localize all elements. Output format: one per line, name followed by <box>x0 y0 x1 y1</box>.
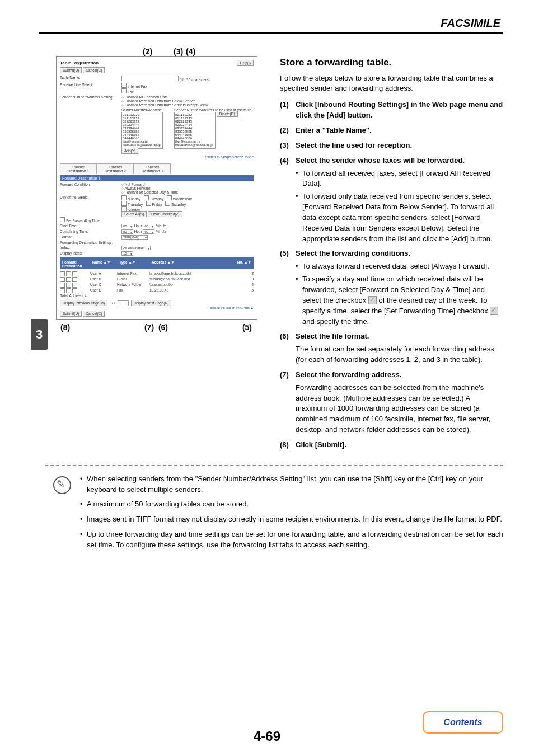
start-min-select[interactable]: 00 <box>143 224 154 228</box>
start-hour-select[interactable]: 00 <box>121 224 133 228</box>
step-8: Click [Submit]. <box>296 440 503 450</box>
col-addr[interactable]: Address ▲▼ <box>152 260 232 268</box>
radio-below[interactable]: Forward Received Data from Below Sender <box>125 99 195 103</box>
row-cb[interactable] <box>60 283 65 288</box>
col-name[interactable]: Name ▲▼ <box>92 260 119 268</box>
cond-not[interactable]: Not Forward <box>125 182 145 186</box>
tab-dest-1[interactable]: Forward Destination 1 <box>60 163 97 174</box>
prev-page-button[interactable]: Display Previous Page(M) <box>60 300 107 306</box>
row-cb[interactable] <box>60 277 65 282</box>
submit-button-top[interactable]: Submit(U) <box>60 67 82 73</box>
row-cb[interactable] <box>72 283 77 288</box>
row-cb[interactable] <box>66 288 71 293</box>
header-title: FACSIMILE <box>0 17 534 30</box>
contents-button[interactable]: Contents <box>423 711 503 734</box>
help-button[interactable]: Help(I) <box>237 60 254 66</box>
step4-bullet-2: To forward only data received from speci… <box>296 191 503 244</box>
step-num-3: (3) <box>280 140 296 151</box>
hour-label-2: Hour <box>134 229 142 233</box>
cond-sel[interactable]: Forward on Selected Day & Time <box>125 190 178 194</box>
step-3: Select the line used for reception. <box>296 140 503 151</box>
dow-fri: Friday <box>152 203 162 206</box>
clear-checked-button[interactable]: Clear Checked(Z) <box>148 211 182 217</box>
row-cb[interactable] <box>60 271 65 276</box>
checkbox-icon <box>490 307 498 315</box>
cond-label: Forward Condition: <box>60 182 121 186</box>
callout-8: (8) <box>60 323 70 332</box>
step7-para: Forwarding addresses can be selected fro… <box>296 383 503 435</box>
hour-label-1: Hour <box>134 224 142 228</box>
delete-d-button[interactable]: Delete(D) <box>217 111 238 117</box>
display-items-select[interactable]: 10 <box>121 251 133 256</box>
row-cb[interactable] <box>60 288 65 293</box>
tab-dest-2[interactable]: Forward Destination 2 <box>97 163 134 174</box>
sender-list-right[interactable]: 011112222 011113333 022223333 022224444 … <box>174 112 216 149</box>
dow-thu: Thursday <box>128 203 143 206</box>
fds-label: Forwarding Destination Settings: <box>60 241 121 245</box>
start-time-label: Start Time: <box>60 224 121 228</box>
step-2: Enter a "Table Name". <box>296 125 503 136</box>
select-all-button[interactable]: Select All(S) <box>121 211 147 217</box>
header-rule <box>39 32 503 34</box>
ifax-checkbox[interactable] <box>121 83 127 88</box>
dow-mon-cb[interactable] <box>121 195 127 200</box>
step-num-7: (7) <box>280 370 296 381</box>
step-7: Select the forwarding address. <box>296 370 503 381</box>
table-name-input[interactable] <box>121 76 179 81</box>
dow-wed-cb[interactable] <box>167 195 172 200</box>
add-y-button[interactable]: Add(Y) <box>121 148 138 154</box>
set-time-cb[interactable] <box>60 217 65 222</box>
switch-mode-link[interactable]: Switch to Single Screen Mode <box>121 155 254 159</box>
row-cb[interactable] <box>72 288 77 293</box>
dow-thu-cb[interactable] <box>121 201 127 206</box>
callout-7: (7) <box>144 323 154 332</box>
display-items-label: Display Items: <box>60 251 121 255</box>
section-title: Store a forwarding table. <box>280 56 503 70</box>
page-input[interactable] <box>118 300 129 306</box>
dow-sat-cb[interactable] <box>165 201 170 206</box>
dow-mon: Monday <box>128 197 140 201</box>
step5-bullet-2: To specify a day and time on which recei… <box>296 274 503 327</box>
radio-except[interactable]: Forward Received Data from Senders excep… <box>125 103 209 107</box>
callout-6: (6) <box>158 323 168 332</box>
fax-checkbox[interactable] <box>121 88 127 93</box>
step-1: Click [Inbound Routing Settings] in the … <box>296 100 503 121</box>
note-1: When selecting senders from the "Sender … <box>80 474 503 495</box>
dow-wed: Wednesday <box>173 197 192 201</box>
panel-title: Table Registration <box>60 60 99 65</box>
row-cb[interactable] <box>66 283 71 288</box>
band-dest-1: Forward Destination 1 <box>60 175 254 181</box>
format-select[interactable]: TIFF(Multi) <box>121 235 148 240</box>
row-cb[interactable] <box>66 271 71 276</box>
sender-setting-label: Sender Number/Address Setting: <box>60 95 121 99</box>
row-cb[interactable] <box>72 277 77 282</box>
step-4: Select the sender whose faxes will be fo… <box>296 156 503 166</box>
receive-line-label: Receive Line Select: <box>60 83 121 87</box>
dow-tue-cb[interactable] <box>144 195 149 200</box>
row-cb[interactable] <box>66 277 71 282</box>
up-label: (Up <box>180 78 185 82</box>
index-select[interactable]: All Destination <box>121 246 151 250</box>
table-row: User A Internet Fax tanaka@aaa.bbb.ccc.d… <box>60 271 254 277</box>
note-2: A maximum of 50 forwarding tables can be… <box>80 499 503 510</box>
back-to-top-link[interactable]: Back to the Top on This Page ▲ <box>60 306 254 309</box>
end-hour-select[interactable]: 00 <box>121 229 133 234</box>
radio-all[interactable]: Forward All Received Data <box>125 95 168 99</box>
step-num-2: (2) <box>280 125 296 136</box>
col-no[interactable]: No. ▲▼ <box>232 260 251 268</box>
next-page-button[interactable]: Display Next Page(N) <box>131 300 172 306</box>
sender-list-left[interactable]: 011112222 011113333 022223333 022224444 … <box>121 112 163 149</box>
dow-fri-cb[interactable] <box>146 201 151 206</box>
row-cb[interactable] <box>72 271 77 276</box>
cancel-button-top[interactable]: Cancel(C) <box>83 67 105 73</box>
end-min-select[interactable]: 00 <box>143 229 154 234</box>
tab-dest-3[interactable]: Forward Destination 3 <box>134 163 171 174</box>
note-3: Images sent in TIFF format may not displ… <box>80 514 503 525</box>
cond-always[interactable]: Always Forward <box>124 186 150 190</box>
cancel-button-bottom[interactable]: Cancel(C) <box>83 311 105 317</box>
min-label-1: Minute <box>156 224 167 228</box>
submit-button-bottom[interactable]: Submit(U) <box>60 311 82 317</box>
table-row: User D Fax 10.20.30.40 5 <box>60 288 254 294</box>
col-type[interactable]: Type ▲▼ <box>119 260 152 268</box>
format-label: Format: <box>60 235 121 239</box>
